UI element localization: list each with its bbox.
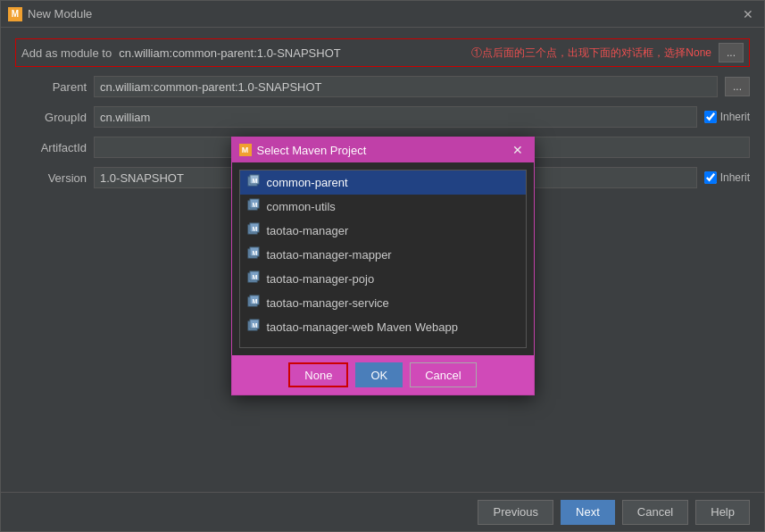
modal-content: M common-parent M common-utils M taotao-… <box>232 162 534 355</box>
maven-project-icon: M <box>247 174 262 191</box>
svg-text:M: M <box>252 250 257 256</box>
maven-project-icon: M <box>247 270 262 287</box>
svg-text:M: M <box>252 322 257 328</box>
project-list-item[interactable]: M common-parent <box>240 170 526 195</box>
modal-footer: None OK Cancel <box>232 355 534 395</box>
project-name: taotao-manager-web Maven Webapp <box>267 320 458 334</box>
select-maven-project-dialog: M Select Maven Project ✕ M common-parent… <box>231 137 535 395</box>
maven-project-icon: M <box>247 222 262 239</box>
project-name: taotao-manager <box>267 224 349 237</box>
modal-overlay: M Select Maven Project ✕ M common-parent… <box>0 0 765 532</box>
maven-project-icon: M <box>247 319 262 336</box>
project-list-item[interactable]: M taotao-manager-service <box>240 291 526 315</box>
ok-button[interactable]: OK <box>355 362 403 387</box>
modal-close-button[interactable]: ✕ <box>509 141 527 159</box>
modal-title-bar: M Select Maven Project ✕ <box>232 137 534 162</box>
svg-text:M: M <box>252 298 257 304</box>
modal-title: Select Maven Project <box>257 144 367 157</box>
project-list-item[interactable]: M taotao-manager-web Maven Webapp <box>240 315 526 339</box>
maven-project-icon: M <box>247 295 262 312</box>
modal-icon: M <box>239 144 252 156</box>
project-name: taotao-manager-pojo <box>267 272 375 286</box>
project-name: taotao-manager-service <box>267 296 389 310</box>
project-list-item[interactable]: M common-utils <box>240 195 526 219</box>
project-name: common-parent <box>267 176 348 189</box>
modal-cancel-button[interactable]: Cancel <box>410 362 476 387</box>
modal-title-left: M Select Maven Project <box>239 144 367 157</box>
project-list-item[interactable]: M taotao-manager-pojo <box>240 267 526 291</box>
svg-text:M: M <box>252 202 257 208</box>
project-list: M common-parent M common-utils M taotao-… <box>239 170 527 348</box>
maven-project-icon: M <box>247 246 262 263</box>
project-list-item[interactable]: M taotao-manager <box>240 219 526 243</box>
project-name: taotao-manager-mapper <box>267 248 392 262</box>
maven-project-icon: M <box>247 198 262 215</box>
project-name: common-utils <box>267 200 336 213</box>
project-list-item[interactable]: M taotao-manager-mapper <box>240 243 526 267</box>
svg-text:M: M <box>252 226 257 232</box>
svg-text:M: M <box>252 178 257 184</box>
svg-text:M: M <box>252 274 257 280</box>
none-button[interactable]: None <box>288 362 348 387</box>
